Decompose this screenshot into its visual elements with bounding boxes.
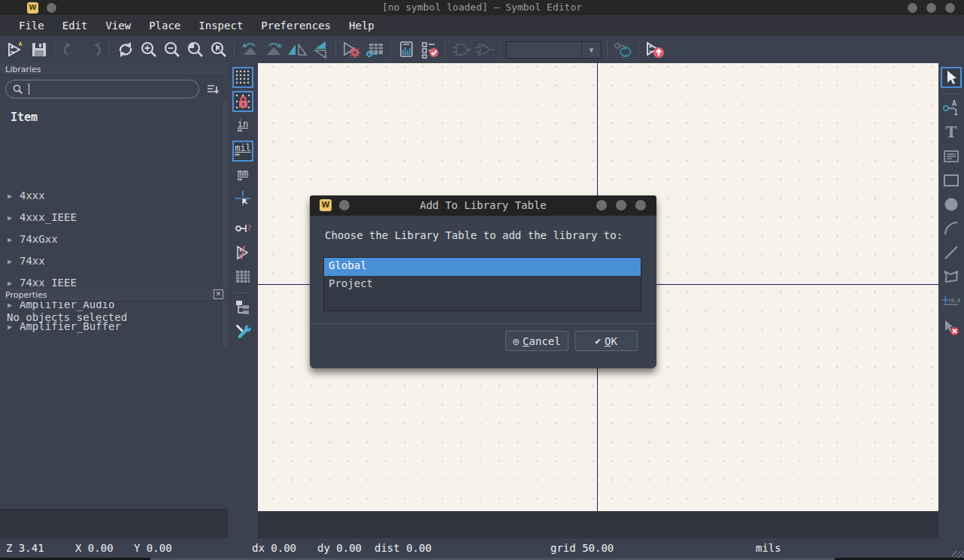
- menu-place[interactable]: Place: [140, 17, 189, 34]
- sort-icon: [206, 83, 220, 95]
- symbol-properties-button[interactable]: [340, 38, 363, 61]
- expand-arrow-icon[interactable]: ▶: [8, 322, 20, 331]
- minimize-button[interactable]: [908, 3, 917, 13]
- zoom-out-button[interactable]: [160, 38, 183, 61]
- undo-button[interactable]: [59, 38, 82, 61]
- grid-override-button[interactable]: [232, 91, 253, 112]
- cancel-button[interactable]: ◎Cancel: [505, 331, 568, 351]
- toolbar-separator: [607, 41, 608, 59]
- delete-cursor-icon: [943, 319, 959, 336]
- toggle-properties-panel-button[interactable]: [232, 321, 253, 342]
- symbol-checker-button[interactable]: [418, 38, 441, 61]
- menu-help[interactable]: Help: [340, 17, 383, 34]
- maximize-button[interactable]: [926, 3, 936, 13]
- option-project[interactable]: Project: [324, 276, 641, 294]
- add-to-library-table-dialog: W Add To Library Table Choose the Librar…: [310, 195, 656, 368]
- properties-table-button[interactable]: [232, 266, 253, 287]
- mirror-horizontal-button[interactable]: [285, 38, 308, 61]
- sync-pins-button[interactable]: [611, 38, 635, 61]
- add-line-tool-button[interactable]: [941, 242, 962, 263]
- svg-text:(0,0): (0,0): [948, 298, 960, 304]
- expand-arrow-icon[interactable]: ▶: [8, 192, 20, 200]
- move-anchor-tool-button[interactable]: (0,0): [941, 290, 962, 311]
- menu-inspect[interactable]: Inspect: [189, 17, 252, 34]
- add-arc-tool-button[interactable]: [941, 218, 962, 239]
- toggle-library-tree-button[interactable]: [232, 297, 253, 318]
- zoom-selection-button[interactable]: [207, 38, 230, 61]
- ok-label: OK: [605, 335, 617, 347]
- dialog-close-button[interactable]: [635, 200, 646, 210]
- expand-arrow-icon[interactable]: ▶: [8, 213, 20, 222]
- anchor-icon: (0,0): [942, 294, 960, 307]
- textbox-icon: [944, 150, 959, 162]
- hierarchy-icon: [235, 300, 250, 315]
- refresh-view-button[interactable]: [114, 38, 137, 61]
- tools-icon: [235, 323, 251, 340]
- dialog-title-bar: W Add To Library Table: [310, 195, 656, 216]
- new-symbol-button[interactable]: [4, 38, 27, 61]
- add-text-tool-button[interactable]: T: [941, 122, 962, 143]
- library-tree-item[interactable]: ▶ 4xxx: [0, 186, 223, 205]
- chevron-down-icon[interactable]: ▼: [581, 42, 601, 58]
- add-polygon-tool-button[interactable]: [941, 266, 962, 287]
- units-inches-button[interactable]: in ↔: [232, 117, 253, 138]
- arc-icon: [944, 221, 959, 236]
- close-button[interactable]: [945, 3, 955, 13]
- menu-edit[interactable]: Edit: [53, 17, 97, 34]
- datasheet-button[interactable]: [395, 38, 418, 61]
- tree-scrollbar[interactable]: [223, 102, 228, 347]
- library-tree-item[interactable]: ▶ 74xGxx: [0, 229, 223, 249]
- add-textbox-tool-button[interactable]: [941, 146, 962, 167]
- mirror-vertical-button[interactable]: [308, 38, 332, 61]
- sparkle-icon: [17, 41, 24, 47]
- menu-file[interactable]: File: [10, 17, 53, 34]
- option-global[interactable]: Global: [324, 258, 641, 276]
- crosshair-cursor-button[interactable]: [232, 188, 253, 209]
- save-icon[interactable]: [27, 38, 50, 61]
- toolbar-separator: [109, 41, 110, 59]
- export-symbol-button[interactable]: [643, 38, 666, 61]
- rotate-ccw-button[interactable]: [238, 38, 262, 61]
- library-table-list[interactable]: Global Project: [323, 257, 641, 311]
- status-grid: grid 50.00: [550, 542, 614, 554]
- library-search-input[interactable]: [5, 80, 199, 98]
- add-rectangle-tool-button[interactable]: [941, 170, 962, 191]
- libraries-panel-title: Libraries: [0, 63, 228, 76]
- grid-visibility-button[interactable]: [232, 67, 253, 88]
- zoom-in-button[interactable]: [137, 38, 160, 61]
- unit-select[interactable]: ▼: [506, 41, 602, 59]
- show-electrical-types-button[interactable]: ?: [232, 218, 253, 239]
- libraries-panel: Libraries Item ▶ 4xxx ▶ 4xxx_IEEE ▶ 74xG…: [0, 63, 228, 510]
- select-tool-button[interactable]: [941, 67, 962, 88]
- rotate-cw-button[interactable]: [262, 38, 285, 61]
- title-bar: W [no symbol loaded] — Symbol Editor: [0, 0, 964, 15]
- menu-view[interactable]: View: [96, 17, 140, 34]
- library-tree-item[interactable]: ▶ 4xxx_IEEE: [0, 207, 223, 227]
- pin-icon: A1: [942, 99, 960, 117]
- redo-button[interactable]: [82, 38, 105, 61]
- demorgan-standard-button[interactable]: [450, 38, 473, 61]
- library-search-row: [0, 76, 228, 103]
- add-pin-tool-button[interactable]: A1: [941, 98, 962, 119]
- units-mils-button[interactable]: mil ↔: [232, 141, 253, 162]
- ok-button[interactable]: ✔OK: [574, 331, 638, 351]
- tree-column-header: Item: [0, 103, 228, 129]
- pin-table-button[interactable]: [363, 38, 387, 61]
- library-tree-item[interactable]: ▶ 74xx: [0, 251, 223, 271]
- demorgan-alternate-button[interactable]: [473, 38, 496, 61]
- zoom-fit-button[interactable]: [183, 38, 207, 61]
- expand-arrow-icon[interactable]: ▶: [8, 235, 20, 244]
- expand-arrow-icon[interactable]: ▶: [8, 257, 20, 265]
- delete-tool-button[interactable]: [941, 317, 962, 338]
- expand-arrow-icon[interactable]: ▶: [8, 279, 20, 287]
- dialog-minimize-button[interactable]: [596, 200, 607, 210]
- left-tool-column: in ↔ mil ↔ mm ↔ ?: [228, 63, 258, 538]
- close-properties-icon[interactable]: ✕: [214, 289, 223, 299]
- menu-preferences[interactable]: Preferences: [252, 17, 340, 34]
- dialog-maximize-button[interactable]: [616, 200, 626, 210]
- grid-dots-icon: [235, 70, 250, 85]
- add-circle-tool-button[interactable]: [941, 194, 962, 215]
- sort-options-button[interactable]: [202, 79, 223, 99]
- units-mm-button[interactable]: mm ↔: [232, 165, 253, 186]
- show-hidden-pins-button[interactable]: [232, 242, 253, 263]
